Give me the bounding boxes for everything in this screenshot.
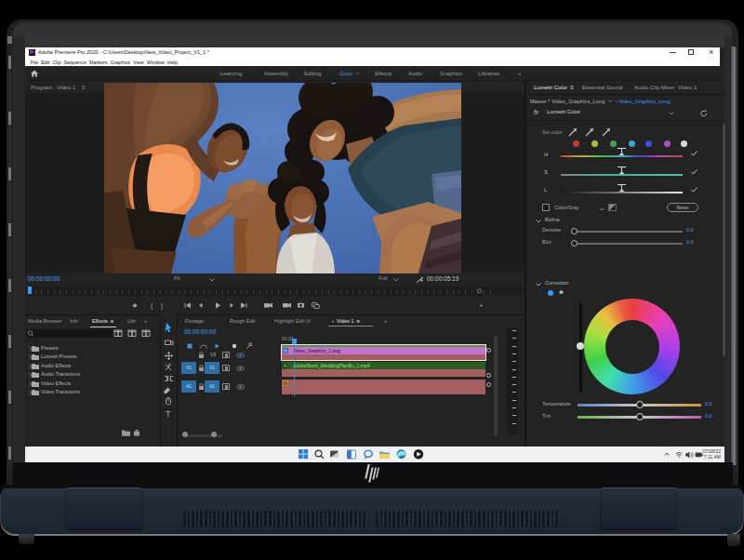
svg-text:T: T <box>166 409 171 419</box>
svg-text:{: { <box>151 302 153 310</box>
svg-text:+: + <box>479 301 484 310</box>
svg-text:}: } <box>161 302 164 310</box>
